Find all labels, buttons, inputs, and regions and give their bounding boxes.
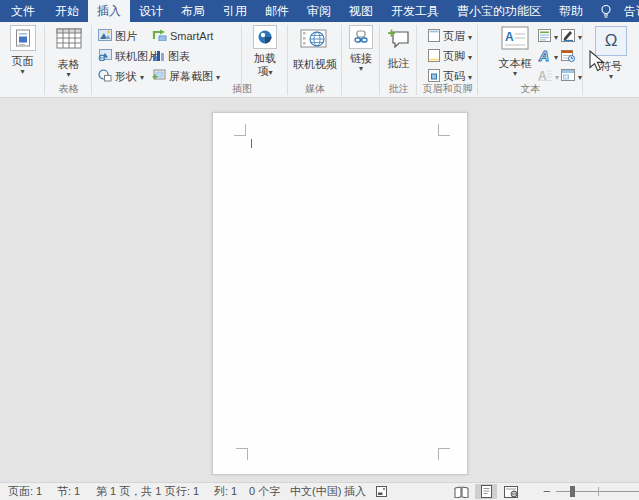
group-illustrations: 图片 联机图片 形状 SmartArt 图表 屏幕截图 xyxy=(92,22,242,97)
tab-review[interactable]: 审阅 xyxy=(298,0,340,22)
smartart-button[interactable]: SmartArt xyxy=(152,27,213,45)
tab-developer[interactable]: 开发工具 xyxy=(382,0,448,22)
chevron-down-icon xyxy=(554,30,558,42)
signature-line-icon xyxy=(561,29,575,44)
footer-button[interactable]: 页脚 xyxy=(428,47,472,65)
online-video-label: 联机视频 xyxy=(293,58,337,71)
zoom-slider-thumb[interactable] xyxy=(570,486,575,497)
shapes-label: 形状 xyxy=(115,69,137,84)
read-mode-button[interactable] xyxy=(450,484,472,499)
tab-layout[interactable]: 布局 xyxy=(172,0,214,22)
chart-button[interactable]: 图表 xyxy=(152,47,190,65)
group-label-text: 文本 xyxy=(478,82,583,96)
group-comments: 批注 批注 xyxy=(380,22,417,97)
word-window: 文件 开始 插入 设计 布局 引用 邮件 审阅 视图 开发工具 曹小宝的功能区 … xyxy=(0,0,639,500)
header-icon xyxy=(428,29,440,44)
tab-mailings[interactable]: 邮件 xyxy=(256,0,298,22)
chart-label: 图表 xyxy=(168,49,190,64)
tab-references[interactable]: 引用 xyxy=(214,0,256,22)
online-video-button[interactable]: 联机视频 xyxy=(291,28,339,71)
chevron-down-icon xyxy=(609,73,613,80)
add-ins-label-line1: 加载 xyxy=(254,52,276,65)
ribbon-tab-bar: 文件 开始 插入 设计 布局 引用 邮件 审阅 视图 开发工具 曹小宝的功能区 … xyxy=(0,0,639,22)
chevron-down-icon xyxy=(555,70,559,82)
textbox-button[interactable]: A 文本框 xyxy=(494,26,536,77)
chevron-down-icon xyxy=(513,70,517,77)
pictures-button[interactable]: 图片 xyxy=(98,27,137,45)
group-label-comments: 批注 xyxy=(380,82,417,96)
margin-crop-mark-top-right xyxy=(438,124,450,136)
shapes-icon xyxy=(98,69,112,84)
quick-parts-icon xyxy=(538,29,551,44)
picture-icon xyxy=(98,29,112,43)
status-page-of[interactable]: 第 1 页，共 1 页 xyxy=(96,483,175,500)
tab-home[interactable]: 开始 xyxy=(46,0,88,22)
textbox-icon: A xyxy=(501,26,529,54)
tab-help[interactable]: 帮助 xyxy=(550,0,592,22)
chevron-down-icon xyxy=(140,70,144,82)
chevron-down-icon xyxy=(268,65,272,79)
tab-insert[interactable]: 插入 xyxy=(88,0,130,22)
tab-custom-ribbon[interactable]: 曹小宝的功能区 xyxy=(448,0,550,22)
mouse-cursor xyxy=(589,50,605,74)
group-header-footer: 页眉 页脚 页码 页眉和页脚 xyxy=(417,22,478,97)
status-language[interactable]: 中文(中国) xyxy=(290,483,341,500)
online-pictures-button[interactable]: 联机图片 xyxy=(98,47,159,65)
comment-button[interactable]: 批注 xyxy=(382,27,415,70)
pages-button[interactable]: 页面 xyxy=(2,25,43,75)
group-text: A 文本框 A A xyxy=(478,22,583,97)
drop-cap-icon: A xyxy=(538,69,552,83)
header-label: 页眉 xyxy=(443,29,465,44)
object-icon xyxy=(561,69,575,83)
group-label-header-footer: 页眉和页脚 xyxy=(417,82,478,96)
web-layout-button[interactable] xyxy=(500,484,522,499)
status-word-count[interactable]: 0 个字 xyxy=(249,483,280,500)
table-button[interactable]: 表格 xyxy=(48,28,89,78)
chevron-down-icon xyxy=(359,65,363,72)
chevron-down-icon xyxy=(554,50,558,62)
comment-icon xyxy=(387,27,411,53)
table-icon xyxy=(56,28,82,53)
add-ins-button[interactable]: 加载 项 xyxy=(246,25,284,79)
document-page[interactable] xyxy=(212,112,468,475)
comment-button-label: 批注 xyxy=(388,57,410,70)
zoom-out-icon[interactable]: − xyxy=(543,483,551,500)
chevron-down-icon xyxy=(216,70,220,82)
chevron-down-icon xyxy=(468,50,472,62)
margin-crop-mark-bottom-left xyxy=(236,448,248,460)
online-picture-icon xyxy=(98,49,112,63)
status-column: 列: 1 xyxy=(214,483,237,500)
link-button[interactable]: 链接 xyxy=(344,25,378,72)
macro-record-icon[interactable] xyxy=(376,483,387,500)
group-addins: 加载 项 xyxy=(242,22,288,97)
tell-me-box[interactable]: 告诉我 xyxy=(615,0,639,22)
signature-line-button[interactable] xyxy=(561,27,582,45)
pictures-label: 图片 xyxy=(115,29,137,44)
group-tables: 表格 表格 xyxy=(45,22,92,97)
header-button[interactable]: 页眉 xyxy=(428,27,472,45)
tab-file[interactable]: 文件 xyxy=(0,0,46,22)
margin-crop-mark-bottom-right xyxy=(438,448,450,460)
status-bar: 页面: 1 节: 1 第 1 页，共 1 页 行: 1 列: 1 0 个字 中文… xyxy=(0,482,639,500)
date-time-button[interactable] xyxy=(561,47,575,65)
quick-parts-button[interactable] xyxy=(538,27,558,45)
group-pages: 页面 xyxy=(0,22,45,97)
group-media: 联机视频 媒体 xyxy=(288,22,342,97)
status-input-mode[interactable]: 插入 xyxy=(344,483,366,500)
footer-icon xyxy=(428,49,440,64)
status-page[interactable]: 页面: 1 xyxy=(8,483,42,500)
print-layout-button[interactable] xyxy=(475,484,497,499)
chevron-down-icon xyxy=(468,30,472,42)
link-icon xyxy=(349,25,373,49)
status-line: 行: 1 xyxy=(176,483,199,500)
tab-design[interactable]: 设计 xyxy=(130,0,172,22)
date-time-icon xyxy=(561,49,575,64)
page-icon xyxy=(10,25,36,51)
wordart-button[interactable]: A xyxy=(538,47,558,65)
tab-view[interactable]: 视图 xyxy=(340,0,382,22)
shapes-button[interactable]: 形状 xyxy=(98,67,144,85)
add-ins-label-line2: 项 xyxy=(257,65,272,79)
add-ins-icon xyxy=(253,25,277,49)
screenshot-icon xyxy=(152,69,166,83)
chevron-down-icon xyxy=(20,68,24,75)
